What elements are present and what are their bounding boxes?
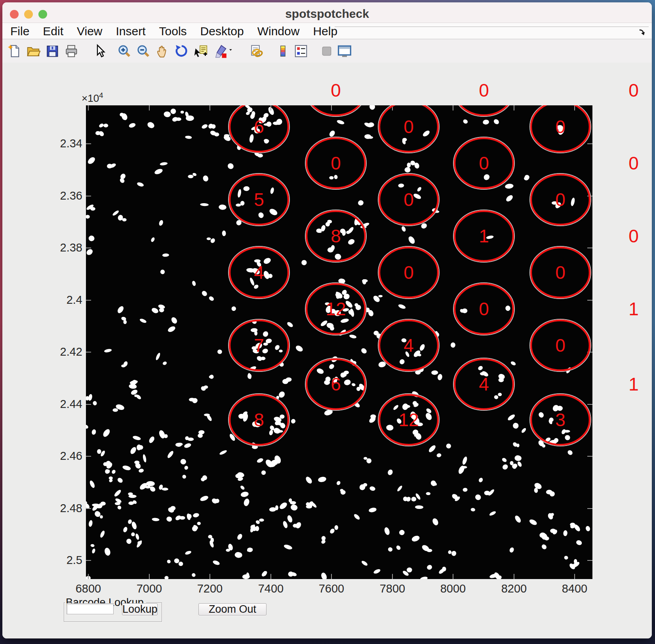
print-icon[interactable]	[64, 44, 78, 59]
spot-count: 0	[555, 262, 566, 283]
menu-bar: FileEditViewInsertToolsDesktopWindowHelp	[2, 23, 652, 39]
spot-count: 0	[479, 80, 489, 101]
title-bar[interactable]: spotspotcheck	[2, 2, 652, 23]
x-tick-label: 8200	[486, 582, 542, 595]
spot-count: 0	[555, 116, 566, 137]
plot-axes[interactable]: 65478008126000412001040000300011	[86, 105, 592, 579]
window-title: spotspotcheck	[2, 7, 652, 21]
pan-icon[interactable]	[155, 44, 169, 59]
spot-count: 4	[254, 262, 264, 283]
y-tick-label: 2.42	[47, 345, 82, 358]
x-tick-label: 7000	[122, 582, 177, 595]
spot-count: 1	[628, 374, 639, 394]
x-tick-label: 7800	[365, 582, 420, 595]
lookup-button[interactable]: Lookup	[122, 603, 158, 615]
y-tick-label: 2.44	[47, 398, 82, 411]
spot-count: 12	[326, 299, 346, 319]
spot-count: 0	[628, 226, 639, 246]
spot-count: 0	[404, 189, 414, 210]
spot-count: 0	[555, 335, 566, 356]
spot-count: 0	[331, 80, 341, 101]
spot-count: 0	[555, 189, 566, 210]
spot-count: 0	[331, 153, 341, 173]
spot-count: 1	[479, 226, 489, 246]
spot-count: 8	[254, 410, 264, 430]
spot-count: 3	[555, 410, 566, 430]
x-tick-label: 8000	[425, 582, 481, 595]
zoom-in-icon[interactable]	[117, 44, 131, 59]
insert-legend-icon[interactable]	[294, 44, 308, 59]
menubar-divider	[335, 27, 649, 27]
new-document-icon[interactable]	[7, 44, 21, 59]
spot-count: 0	[479, 153, 489, 173]
spot-count: 6	[254, 116, 264, 137]
spot-count: 4	[404, 335, 414, 356]
x-tick-label: 7400	[243, 582, 299, 595]
plot-background	[86, 105, 592, 579]
y-tick-label: 2.5	[47, 554, 82, 567]
menu-item-file[interactable]: File	[10, 25, 29, 38]
zoom-out-icon[interactable]	[136, 44, 150, 59]
x-tick-label: 6800	[61, 582, 116, 595]
y-axis-exponent-label: ×104	[82, 91, 103, 105]
zoom-out-button[interactable]: Zoom Out	[198, 603, 267, 615]
save-icon[interactable]	[45, 44, 59, 59]
y-tick-label: 2.48	[47, 502, 82, 515]
y-tick-label: 2.46	[47, 450, 82, 463]
barcode-input[interactable]	[67, 603, 114, 614]
figure-window: spotspotcheck FileEditViewInsertToolsDes…	[2, 2, 652, 638]
menu-item-window[interactable]: Window	[257, 25, 300, 38]
menu-item-insert[interactable]: Insert	[116, 25, 146, 38]
menu-item-edit[interactable]: Edit	[43, 25, 63, 38]
spot-count: 0	[479, 299, 489, 319]
spot-count: 0	[628, 153, 639, 173]
y-tick-label: 2.36	[47, 189, 82, 202]
spot-count: 0	[628, 80, 639, 101]
spot-count: 1	[628, 299, 639, 319]
y-tick-label: 2.34	[47, 137, 82, 150]
menu-item-desktop[interactable]: Desktop	[200, 25, 244, 38]
spot-count: 12	[398, 410, 419, 430]
x-tick-label: 7200	[182, 582, 238, 595]
data-cursor-icon[interactable]	[194, 44, 208, 59]
y-tick-label: 2.38	[47, 241, 82, 254]
x-tick-label: 8400	[547, 582, 602, 595]
spot-count: 6	[331, 374, 341, 394]
spot-count: 8	[331, 226, 341, 246]
brush-dropdown-caret-icon[interactable]	[229, 44, 235, 59]
open-file-icon[interactable]	[26, 44, 40, 59]
insert-colorbar-icon[interactable]	[277, 44, 289, 59]
show-plot-tools-icon[interactable]	[337, 44, 352, 59]
dock-figure-icon[interactable]	[638, 29, 647, 37]
x-tick-label: 7600	[304, 582, 359, 595]
menu-item-help[interactable]: Help	[313, 25, 337, 38]
hide-plot-tools-icon[interactable]	[321, 44, 333, 59]
toolbar	[2, 39, 652, 63]
rotate-3d-icon[interactable]	[174, 44, 189, 59]
brush-icon[interactable]	[213, 44, 227, 59]
y-tick-label: 2.4	[47, 293, 82, 307]
spot-count: 0	[404, 116, 414, 137]
menu-item-view[interactable]: View	[77, 25, 102, 38]
spot-count: 4	[479, 374, 489, 394]
spot-count: 0	[404, 262, 414, 283]
spot-count: 5	[254, 189, 264, 210]
link-plot-icon[interactable]	[249, 44, 264, 59]
spot-count: 7	[254, 335, 264, 356]
pointer-icon[interactable]	[93, 44, 107, 59]
menu-item-tools[interactable]: Tools	[159, 25, 187, 38]
